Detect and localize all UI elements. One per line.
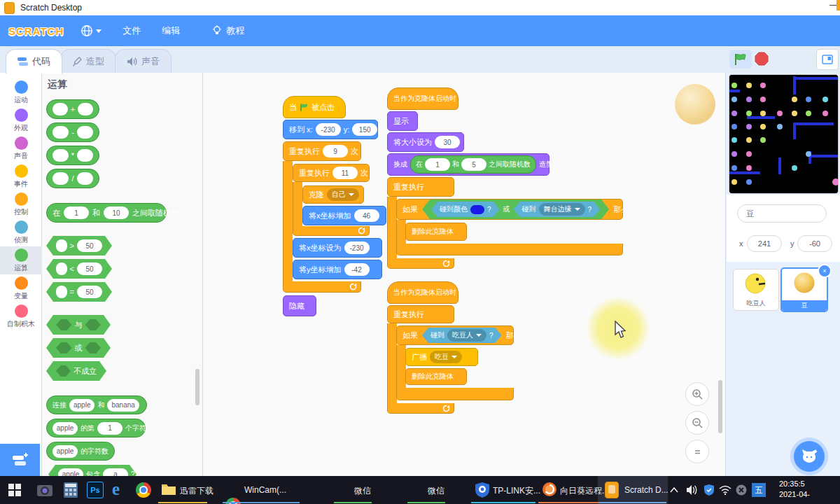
calculator-app-icon[interactable]	[63, 482, 78, 498]
operand-slot[interactable]	[77, 149, 93, 162]
value-slot[interactable]: 30	[435, 136, 460, 148]
add-extension-button[interactable]	[0, 444, 40, 476]
palette-block-and[interactable]: 与	[46, 315, 111, 335]
palette-block-lt[interactable]: <50	[46, 259, 112, 279]
value-slot[interactable]: 150	[352, 123, 377, 136]
taskbar-item-thunder[interactable]: 迅雷下载	[180, 485, 214, 497]
palette-block-contains[interactable]: apple包含a?	[48, 465, 136, 476]
operand-slot[interactable]	[52, 103, 68, 115]
canvas-scrollbar[interactable]	[718, 380, 722, 433]
stop-button[interactable]	[755, 52, 769, 66]
clone-target-dropdown[interactable]: 自己	[327, 188, 359, 201]
green-flag-button[interactable]	[729, 50, 752, 69]
operand-slot[interactable]	[52, 126, 69, 139]
scratch-desktop-app-icon[interactable]	[605, 482, 619, 498]
palette-block-eq[interactable]: =50	[46, 282, 112, 302]
palette-block-gt[interactable]: >50	[46, 236, 112, 255]
value-slot[interactable]: apple	[58, 468, 83, 477]
value-slot[interactable]: 10	[104, 206, 129, 219]
palette-block-multiply[interactable]: *	[46, 146, 99, 165]
block-delete-clone-1[interactable]: 删除此克隆体	[405, 223, 467, 241]
value-slot[interactable]: -230	[344, 241, 370, 254]
boolean-slot[interactable]	[85, 319, 102, 330]
menu-edit[interactable]: 编辑	[162, 24, 180, 37]
folder-icon[interactable]	[161, 482, 176, 496]
block-change-x[interactable]: 将x坐标增加46	[302, 206, 386, 225]
zoom-out-button[interactable]	[685, 411, 709, 435]
broadcast-message-dropdown[interactable]: 吃豆	[430, 351, 462, 363]
sidebar-item-sound[interactable]: 声音	[0, 134, 42, 162]
sidebar-item-myblocks[interactable]: 自制积木	[0, 302, 42, 330]
add-sprite-button[interactable]	[794, 441, 825, 472]
taskbar-item-wechat-1[interactable]: 微信	[354, 485, 371, 497]
zoom-reset-button[interactable]	[685, 440, 709, 463]
boolean-slot[interactable]	[56, 342, 72, 354]
photoshop-app-icon[interactable]: Ps	[87, 482, 104, 498]
palette-block-not[interactable]: 不成立	[46, 361, 106, 381]
value-slot[interactable]: 50	[77, 239, 102, 252]
value-slot[interactable]: 50	[77, 286, 102, 298]
block-if-2[interactable]: 如果 碰到吃豆人? 那么	[396, 326, 514, 345]
operand-slot[interactable]	[56, 262, 67, 275]
small-stage-layout-button[interactable]	[816, 49, 839, 70]
language-menu[interactable]	[80, 24, 102, 37]
sidebar-item-operators[interactable]: 运算	[0, 246, 42, 274]
taskbar-item-wincam[interactable]: WinCam(...	[244, 485, 286, 495]
block-switch-costume[interactable]: 换成在1和5之间取随机数造型	[387, 153, 550, 176]
block-when-clone-start-2[interactable]: 当作为克隆体启动时	[387, 281, 458, 304]
palette-block-or[interactable]: 或	[46, 338, 111, 358]
palette-block-subtract[interactable]: -	[46, 122, 99, 142]
tray-close-icon[interactable]	[736, 484, 747, 496]
operand-slot[interactable]	[56, 286, 67, 298]
sprite-card-bean[interactable]: 豆 ×	[780, 267, 828, 312]
value-slot[interactable]: apple	[69, 399, 94, 412]
sidebar-item-variables[interactable]: 变量	[0, 274, 42, 302]
operand-slot[interactable]	[52, 149, 69, 162]
block-when-flag-clicked[interactable]: 当被点击	[283, 96, 346, 118]
block-touching-color[interactable]: 碰到颜色?	[431, 202, 500, 217]
operand-slot[interactable]	[78, 103, 93, 115]
sidebar-item-control[interactable]: 控制	[0, 190, 42, 218]
menu-file[interactable]: 文件	[122, 24, 141, 37]
menu-tutorials[interactable]: 教程	[212, 24, 244, 37]
tab-code[interactable]: 代码	[6, 49, 62, 74]
boolean-slot[interactable]	[56, 365, 71, 377]
boolean-slot[interactable]	[56, 319, 72, 330]
taskbar-item-sunflower[interactable]: 向日葵远程...	[560, 485, 609, 497]
sidebar-item-motion[interactable]: 运动	[0, 78, 42, 106]
sunflower-app-icon[interactable]	[542, 482, 557, 497]
value-slot[interactable]: -230	[316, 123, 341, 136]
block-goto-xy[interactable]: 移到 x:-230y:150	[283, 120, 378, 139]
value-slot[interactable]: 1	[97, 422, 122, 435]
palette-block-length[interactable]: apple的字符数	[46, 442, 115, 461]
taskbar-item-scratch[interactable]: Scratch D...	[624, 485, 668, 495]
block-create-clone[interactable]: 克隆自己	[302, 186, 364, 204]
operand-slot[interactable]	[56, 239, 67, 252]
value-slot[interactable]: banana	[107, 399, 139, 412]
tab-costumes[interactable]: 造型	[60, 49, 116, 74]
sprite-card-pacman[interactable]: 吃豆人	[733, 269, 779, 311]
block-hide[interactable]: 隐藏	[283, 295, 316, 316]
block-touching-edge[interactable]: 碰到舞台边缘?	[514, 202, 601, 217]
block-touching-pacman[interactable]: 碰到吃豆人?	[422, 328, 502, 343]
block-change-y[interactable]: 将y坐标增加-42	[293, 260, 382, 279]
color-swatch[interactable]	[470, 205, 484, 214]
block-repeat-9[interactable]: 重复执行9次	[283, 141, 361, 161]
value-slot[interactable]: apple	[52, 422, 78, 435]
block-forever-1[interactable]: 重复执行	[387, 177, 454, 197]
windows-start-icon[interactable]	[8, 484, 21, 496]
tray-chevron-icon[interactable]	[670, 486, 678, 493]
sidebar-item-events[interactable]: 事件	[0, 162, 42, 190]
block-when-clone-start-1[interactable]: 当作为克隆体启动时	[387, 88, 458, 110]
value-slot[interactable]: 11	[332, 167, 358, 179]
palette-block-join[interactable]: 连接apple和banana	[46, 396, 147, 414]
camera-app-icon[interactable]	[36, 482, 53, 498]
volume-icon[interactable]	[686, 484, 699, 496]
taskbar-clock[interactable]: 20:35:5 2021-04-	[779, 479, 840, 500]
edge-app-icon[interactable]: e	[112, 479, 130, 499]
palette-block-letter-of[interactable]: apple的第1个字符	[46, 419, 146, 438]
block-if-1[interactable]: 如果 碰到颜色? 或 碰到舞台边缘? 那么	[396, 199, 623, 220]
value-slot[interactable]: 1	[64, 206, 89, 219]
value-slot[interactable]: apple	[52, 445, 78, 458]
block-delete-clone-2[interactable]: 删除此克隆体	[405, 368, 467, 385]
